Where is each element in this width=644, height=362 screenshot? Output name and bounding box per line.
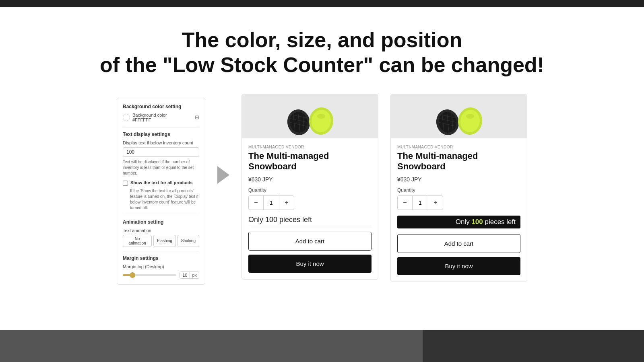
count-label: Display text if below inventory count bbox=[123, 140, 199, 145]
divider3 bbox=[123, 251, 199, 251]
headline-line2: of the "Low Stock Counter" can be change… bbox=[100, 53, 544, 76]
anim-buttons-group: No animation Flashing Shaking bbox=[123, 235, 199, 247]
margin-top-label: Margin top (Desktop) bbox=[123, 264, 199, 269]
svg-point-10 bbox=[317, 114, 325, 119]
margin-row: 10 px bbox=[123, 272, 199, 279]
right-arrow-icon bbox=[217, 166, 229, 184]
arrow-container bbox=[217, 94, 229, 184]
checkbox-label: Show the text for all products bbox=[130, 180, 193, 185]
checkbox-row: Show the text for all products bbox=[123, 180, 199, 186]
qty-value-2: 1 bbox=[412, 196, 428, 210]
count-hint: Text will be displayed if the number of … bbox=[123, 159, 199, 176]
cards-container: Background color setting Background colo… bbox=[117, 94, 527, 285]
margin-slider-track[interactable] bbox=[123, 274, 176, 276]
qty-decrease-1[interactable]: − bbox=[249, 196, 263, 210]
anim-shaking[interactable]: Shaking bbox=[178, 235, 199, 247]
margin-value: 10 bbox=[180, 272, 190, 278]
stock-counter-1: Only 100 pieces left bbox=[248, 216, 372, 226]
qty-decrease-2[interactable]: − bbox=[398, 196, 412, 210]
product-title-1: The Multi-managed Snowboard bbox=[248, 151, 372, 172]
count-input[interactable] bbox=[123, 147, 199, 157]
bg-color-info: Background color #FFFFFF bbox=[132, 113, 167, 122]
product-card-1: MULTI-MANAGED VENDOR The Multi-managed S… bbox=[242, 94, 378, 280]
bottom-bar-left bbox=[0, 330, 423, 362]
add-to-cart-btn-2[interactable]: Add to cart bbox=[397, 234, 520, 253]
divider1 bbox=[123, 127, 199, 128]
product-image-svg-2 bbox=[427, 96, 491, 136]
margin-unit: px bbox=[190, 272, 199, 278]
anim-flashing[interactable]: Flashing bbox=[153, 235, 176, 247]
product-image-area-1 bbox=[242, 94, 378, 138]
color-circle[interactable] bbox=[123, 114, 130, 121]
buy-now-btn-1[interactable]: Buy it now bbox=[248, 255, 372, 273]
settings-panel: Background color setting Background colo… bbox=[117, 98, 205, 285]
headline: The color, size, and position of the "Lo… bbox=[100, 27, 544, 78]
checkbox-hint: If the 'Show the text for all products' … bbox=[130, 188, 199, 211]
stock-counter-2: Only 100 pieces left bbox=[397, 216, 520, 228]
product-card-body-2: MULTI-MANAGED VENDOR The Multi-managed S… bbox=[391, 138, 527, 282]
buy-now-btn-2[interactable]: Buy it now bbox=[397, 257, 520, 275]
text-section-title: Text display settings bbox=[123, 132, 199, 137]
stock-suffix: pieces left bbox=[483, 218, 516, 226]
product-image-svg-1 bbox=[278, 96, 342, 136]
top-bar bbox=[0, 0, 644, 7]
product-price-1: ¥630 JPY bbox=[248, 176, 372, 183]
qty-increase-1[interactable]: + bbox=[279, 196, 294, 210]
product-title-2: The Multi-managed Snowboard bbox=[397, 151, 520, 172]
vendor-label-1: MULTI-MANAGED VENDOR bbox=[248, 145, 372, 149]
show-all-checkbox[interactable] bbox=[123, 181, 128, 186]
bg-color-label: Background color bbox=[132, 113, 167, 117]
bg-color-left: Background color #FFFFFF bbox=[123, 113, 167, 122]
stock-highlight: 100 bbox=[471, 218, 483, 226]
quantity-control-1: − 1 + bbox=[248, 195, 294, 210]
anim-section-title: Animation setting bbox=[123, 219, 199, 225]
quantity-label-1: Quantity bbox=[248, 187, 372, 193]
product-price-2: ¥630 JPY bbox=[397, 176, 520, 183]
headline-line1: The color, size, and position bbox=[182, 28, 462, 51]
margin-section-title: Margin settings bbox=[123, 255, 199, 261]
copy-icon[interactable]: ⊟ bbox=[195, 114, 199, 120]
svg-point-21 bbox=[466, 114, 474, 119]
slider-thumb[interactable] bbox=[130, 272, 135, 278]
anim-no-animation[interactable]: No animation bbox=[123, 235, 152, 247]
divider2 bbox=[123, 215, 199, 215]
quantity-control-2: − 1 + bbox=[397, 195, 443, 210]
bottom-bar bbox=[0, 330, 644, 362]
text-anim-label: Text animation bbox=[123, 228, 199, 233]
add-to-cart-btn-1[interactable]: Add to cart bbox=[248, 232, 372, 251]
quantity-label-2: Quantity bbox=[397, 187, 520, 193]
stock-prefix: Only bbox=[456, 218, 472, 226]
qty-value-1: 1 bbox=[263, 196, 279, 210]
margin-value-box: 10 px bbox=[180, 272, 199, 279]
product-card-body-1: MULTI-MANAGED VENDOR The Multi-managed S… bbox=[242, 138, 378, 279]
main-content: The color, size, and position of the "Lo… bbox=[0, 7, 644, 330]
product-image-area-2 bbox=[391, 94, 527, 138]
bg-color-value: #FFFFFF bbox=[132, 117, 167, 122]
product-card-2: MULTI-MANAGED VENDOR The Multi-managed S… bbox=[390, 94, 527, 282]
vendor-label-2: MULTI-MANAGED VENDOR bbox=[397, 145, 520, 149]
qty-increase-2[interactable]: + bbox=[428, 196, 443, 210]
bg-section-title: Background color setting bbox=[123, 104, 199, 109]
bg-color-row: Background color #FFFFFF ⊟ bbox=[123, 113, 199, 122]
